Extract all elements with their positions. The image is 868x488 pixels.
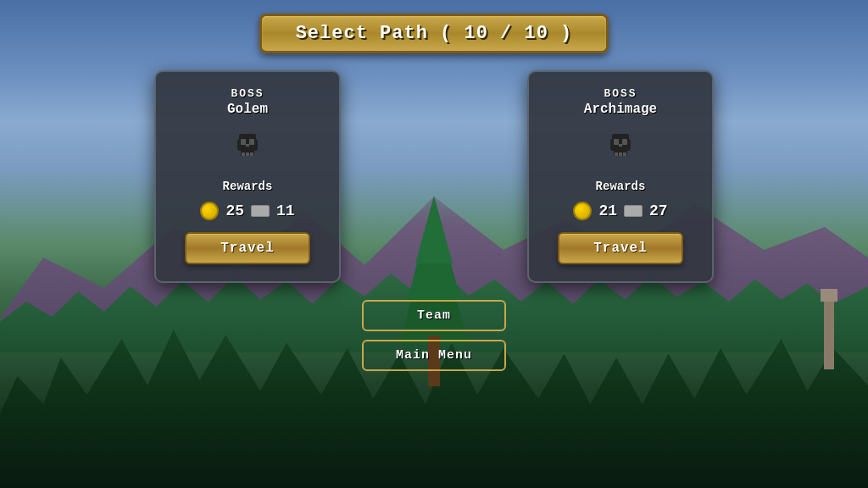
team-button[interactable]: Team <box>362 300 506 331</box>
travel-button-archimage[interactable]: Travel <box>558 232 683 264</box>
coin-amount-archimage: 21 <box>598 202 617 219</box>
coin-amount-golem: 25 <box>225 202 244 219</box>
card-type-golem: BOSS <box>231 87 264 100</box>
svg-rect-16 <box>623 152 626 156</box>
svg-rect-6 <box>246 152 249 156</box>
ui-layer: Select Path ( 10 / 10 ) BOSS Golem <box>0 0 868 488</box>
svg-rect-7 <box>250 152 253 156</box>
svg-rect-3 <box>241 139 246 145</box>
card-type-archimage: BOSS <box>604 87 637 100</box>
skull-icon-archimage <box>600 127 641 168</box>
golem-card: BOSS Golem Re <box>154 70 341 283</box>
rewards-label-golem: Rewards <box>223 180 273 193</box>
svg-rect-4 <box>249 139 254 145</box>
svg-rect-5 <box>242 152 245 156</box>
svg-rect-13 <box>622 139 627 145</box>
svg-rect-8 <box>246 144 249 147</box>
rewards-row-golem: 25 11 <box>200 202 294 220</box>
cards-row: BOSS Golem Re <box>154 70 714 283</box>
stone-icon-archimage <box>624 205 643 217</box>
travel-button-golem[interactable]: Travel <box>185 232 310 264</box>
title-banner: Select Path ( 10 / 10 ) <box>259 14 609 53</box>
svg-rect-14 <box>615 152 618 156</box>
archimage-card: BOSS Archimage Rewards 21 <box>527 70 714 283</box>
page-title: Select Path ( 10 / 10 ) <box>296 23 573 44</box>
bottom-buttons: Team Main Menu <box>362 300 506 371</box>
stone-icon-golem <box>251 205 270 217</box>
coin-icon-archimage <box>573 202 592 220</box>
stone-amount-archimage: 27 <box>649 202 668 219</box>
rewards-label-archimage: Rewards <box>596 180 646 193</box>
card-name-archimage: Archimage <box>584 102 657 117</box>
svg-rect-15 <box>619 152 622 156</box>
skull-icon-golem <box>227 127 268 168</box>
svg-rect-12 <box>614 139 619 145</box>
main-menu-button[interactable]: Main Menu <box>362 340 506 371</box>
card-name-golem: Golem <box>227 102 268 117</box>
coin-icon-golem <box>200 202 219 220</box>
rewards-row-archimage: 21 27 <box>573 202 667 220</box>
svg-rect-17 <box>619 144 622 147</box>
stone-amount-golem: 11 <box>276 202 295 219</box>
